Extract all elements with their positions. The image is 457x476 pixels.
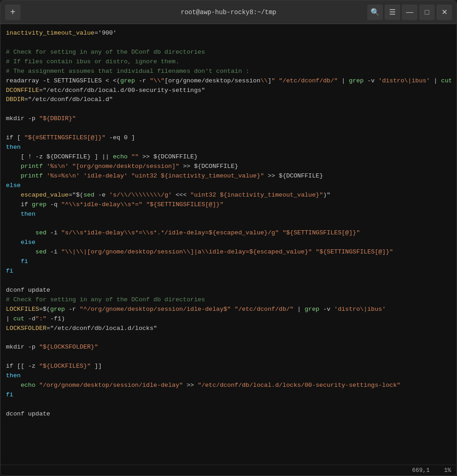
cursor-position: 669,1	[412, 467, 430, 474]
title-bar-left: +	[5, 5, 20, 20]
maximize-button[interactable]: □	[419, 5, 435, 20]
close-button[interactable]: ✕	[437, 5, 452, 20]
new-tab-button[interactable]: +	[5, 5, 20, 20]
terminal-window: + root@awp-hub-rocky8:~/tmp 🔍 ☰ — □ ✕ in…	[0, 0, 457, 476]
window-title: root@awp-hub-rocky8:~/tmp	[181, 9, 276, 16]
search-button[interactable]: 🔍	[367, 5, 383, 20]
title-bar: + root@awp-hub-rocky8:~/tmp 🔍 ☰ — □ ✕	[0, 0, 457, 24]
status-bar: 669,1 1%	[0, 465, 457, 476]
menu-button[interactable]: ☰	[385, 5, 400, 20]
code-area: inactivity_timeout_value='900' # Check f…	[6, 29, 451, 465]
minimize-button[interactable]: —	[402, 5, 417, 20]
terminal-content: inactivity_timeout_value='900' # Check f…	[0, 24, 457, 465]
scroll-percent: 1%	[444, 467, 451, 474]
title-bar-controls: 🔍 ☰ — □ ✕	[367, 5, 452, 20]
